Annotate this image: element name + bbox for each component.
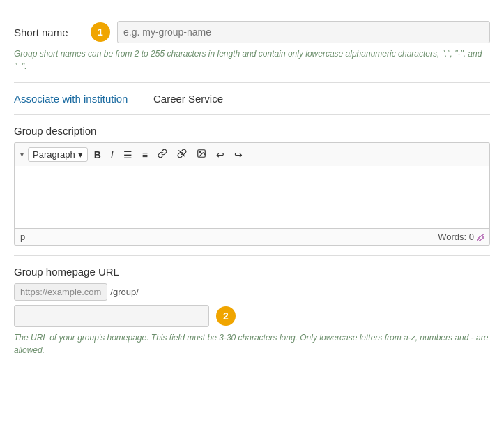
- editor-toolbar: ▾ Paragraph ▾ B I ☰ ≡: [14, 142, 490, 166]
- step-badge-2: 2: [216, 306, 236, 326]
- toolbar-bullet-list-btn[interactable]: ☰: [120, 148, 136, 162]
- group-description-section: Group description ▾ Paragraph ▾ B I ☰ ≡: [14, 115, 490, 256]
- toolbar-unlink-btn[interactable]: [174, 147, 190, 162]
- url-suffix: /group/: [110, 287, 138, 297]
- url-prefix: https://example.com: [14, 283, 107, 301]
- paragraph-label: Paragraph: [33, 149, 75, 160]
- short-name-input[interactable]: [117, 21, 490, 43]
- svg-point-2: [199, 151, 201, 153]
- institution-value: Career Service: [153, 93, 223, 105]
- group-homepage-url-section: Group homepage URL https://example.com /…: [14, 256, 490, 366]
- toolbar-redo-btn[interactable]: ↪: [231, 148, 246, 162]
- words-count: Words: 0: [438, 232, 474, 242]
- group-homepage-url-label: Group homepage URL: [14, 266, 490, 278]
- toolbar-link-btn[interactable]: [154, 147, 171, 162]
- step-badge-1: 1: [91, 22, 110, 42]
- svg-line-0: [178, 150, 185, 156]
- url-help-text: The URL of your group's homepage. This f…: [14, 331, 490, 356]
- editor-content-area[interactable]: [14, 166, 490, 229]
- associate-institution-label: Associate with institution: [14, 93, 153, 105]
- short-name-help: Group short names can be from 2 to 255 c…: [14, 47, 490, 73]
- associate-institution-row: Associate with institution Career Servic…: [14, 83, 490, 115]
- url-prefix-row: https://example.com /group/: [14, 283, 490, 301]
- paragraph-select[interactable]: Paragraph ▾: [28, 147, 88, 162]
- editor-footer: p Words: 0: [14, 229, 490, 246]
- resize-handle-icon[interactable]: [477, 234, 484, 241]
- url-input-row: 2: [14, 305, 490, 327]
- group-description-label: Group description: [14, 125, 490, 137]
- toolbar-italic-btn[interactable]: I: [107, 148, 117, 162]
- editor-tag: p: [20, 232, 25, 242]
- paragraph-dropdown-arrow: ▾: [78, 149, 83, 160]
- toolbar-bold-btn[interactable]: B: [91, 148, 105, 162]
- toolbar-image-btn[interactable]: [193, 147, 210, 162]
- toolbar-numbered-list-btn[interactable]: ≡: [139, 148, 151, 162]
- toolbar-undo-btn[interactable]: ↩: [213, 148, 228, 162]
- short-name-section: Short name 1 Group short names can be fr…: [14, 11, 490, 83]
- short-name-label: Short name: [14, 27, 84, 38]
- short-name-row: Short name 1: [14, 21, 490, 43]
- toolbar-chevron-icon[interactable]: ▾: [20, 151, 24, 158]
- url-input[interactable]: [14, 305, 209, 327]
